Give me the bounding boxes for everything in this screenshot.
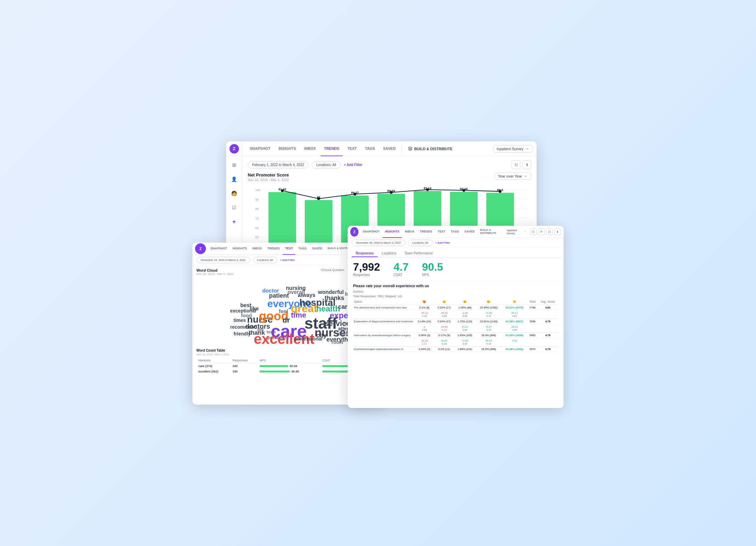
snap-nav-trends[interactable]: TRENDS (417, 226, 435, 238)
text-add-filter[interactable]: + Add Filter (280, 258, 295, 262)
text-nav-tags[interactable]: TAGS (296, 243, 309, 255)
word-item[interactable]: really (336, 331, 348, 336)
svg-text:100: 100 (255, 188, 261, 192)
word-item[interactable]: health (316, 304, 340, 313)
ratings-row: The attentiveness and compassion and car… (353, 305, 558, 310)
svg-text:60: 60 (255, 226, 259, 230)
svg-text:80: 80 (255, 207, 259, 211)
svg-point-50 (317, 197, 320, 200)
snap-nav-insights[interactable]: INSIGHTS (383, 226, 402, 238)
text-date-filter[interactable]: November 16, 2016 to March 4, 2022 (196, 257, 250, 263)
sidebar-user-icon[interactable]: 👤 (230, 174, 239, 184)
word-item[interactable]: procedure (267, 335, 289, 340)
word-item[interactable]: nursing (286, 285, 306, 291)
locations-filter[interactable]: Locations: All (312, 161, 341, 168)
wordcloud-question-label: Choose Question (321, 268, 344, 272)
svg-point-55 (499, 190, 502, 193)
responses-label: Responses (353, 273, 380, 277)
wordcloud-subtitle: Nov 16, 2016 - Mar 4, 2022 (196, 272, 234, 276)
word-item[interactable]: time (291, 311, 306, 320)
ratings-sub-row: -22.22 1.71 42.85 3.18 73.58 3.93 95.54 … (353, 338, 558, 347)
nav-trends[interactable]: TRENDS (321, 141, 343, 156)
csat-score: 4.7 (394, 262, 408, 272)
word-item[interactable]: patient (269, 292, 289, 299)
sidebar-person-icon[interactable]: 🧑 (230, 189, 239, 198)
chart-subtitle: Nov 16, 2016 - Mar 4, 2022 (248, 178, 289, 182)
yoy-dropdown[interactable]: Year over Year (494, 172, 531, 180)
survey-dropdown[interactable]: Inpatient Survey (493, 145, 533, 153)
word-item[interactable]: professional (294, 336, 322, 342)
text-loc-filter[interactable]: Locations: All (253, 257, 277, 263)
topbar: Z SNAPSHOT INSIGHTS INBOX TRENDS TEXT TA… (226, 141, 537, 156)
snap-metrics: 7,992 Responses 4.7 CSAT 90.5 NPS (348, 257, 564, 281)
snapshot-window: Z SNAPSHOT INSIGHTS INBOX TRENDS TEXT TA… (348, 226, 564, 408)
snap-nav-inbox[interactable]: INBOX (402, 226, 417, 238)
word-item[interactable]: times (234, 318, 246, 323)
text-nav-text[interactable]: TEXT (283, 243, 295, 255)
metric-nps: 90.5 NPS (422, 262, 443, 277)
nav-saved[interactable]: SAVED (380, 141, 399, 156)
wordcloud-title: Word Cloud (196, 268, 234, 272)
tab-responses[interactable]: Responses (352, 250, 378, 257)
text-nav-inbox[interactable]: INBOX (250, 243, 265, 255)
text-nav-insights[interactable]: INSIGHTS (230, 243, 249, 255)
word-item[interactable]: dr (282, 316, 290, 325)
snap-nav-build[interactable]: BUILD & DISTRIBUTE (478, 226, 506, 238)
word-item[interactable]: feel (279, 308, 288, 315)
svg-point-51 (353, 193, 356, 195)
word-item[interactable]: get (257, 327, 264, 332)
nav-text[interactable]: TEXT (344, 141, 360, 156)
snap-icon-1[interactable]: ⊡ (530, 228, 537, 235)
snap-nav-snapshot[interactable]: SNAPSHOT (360, 226, 382, 238)
svg-point-52 (390, 191, 393, 194)
word-item[interactable]: thanks (325, 295, 344, 302)
word-item[interactable]: always (298, 292, 315, 298)
snap-add-filter[interactable]: + Add Filter (435, 241, 450, 244)
ratings-row: Anaesthesiologist explanation/answers to… (353, 347, 558, 352)
ratings-row: Information by anaesthesiologist before … (353, 333, 558, 338)
snap-nav-saved[interactable]: SAVED (462, 226, 477, 238)
text-nav-snapshot[interactable]: SNAPSHOT (208, 243, 230, 255)
snap-nav-text[interactable]: TEXT (435, 226, 448, 238)
snap-category: Doctors (348, 289, 564, 294)
snap-icon-2[interactable]: ⟳ (538, 228, 545, 235)
word-item[interactable]: took (267, 329, 276, 334)
snap-icon-4[interactable]: ⬇ (554, 228, 561, 235)
main-nav: SNAPSHOT INSIGHTS INBOX TRENDS TEXT TAGS… (242, 141, 493, 156)
svg-text:90: 90 (255, 198, 259, 201)
sidebar-check-icon[interactable]: ☑ (230, 203, 239, 212)
nav-inbox[interactable]: INBOX (301, 141, 319, 156)
snap-date-filter[interactable]: November 16, 2016 to March 3, 2022 (352, 240, 405, 246)
text-nav-saved[interactable]: SAVED (309, 243, 324, 255)
filter-bar: February 1, 2022 to March 4, 2022 Locati… (248, 160, 531, 169)
download-icon-btn[interactable]: ⬇ (522, 160, 531, 169)
add-filter-btn[interactable]: + Add Filter (344, 163, 362, 167)
word-item[interactable]: recommend (230, 324, 257, 330)
nav-tags[interactable]: TAGS (361, 141, 378, 156)
csat-label: CSAT (394, 273, 408, 277)
snap-loc-filter[interactable]: Locations: All (408, 240, 433, 246)
logo: Z (230, 144, 239, 154)
snap-icon-3[interactable]: ⊡ (546, 228, 553, 235)
svg-point-49 (281, 189, 284, 192)
tab-locations[interactable]: Locations (378, 250, 400, 257)
text-nav-trends[interactable]: TRENDS (265, 243, 282, 255)
nav-insights[interactable]: INSIGHTS (275, 141, 299, 156)
snap-question: Please rate your overall experience with… (348, 281, 564, 289)
svg-text:70: 70 (255, 217, 259, 220)
word-item[interactable]: like (250, 306, 259, 312)
sidebar-grid-icon[interactable]: ⊞ (230, 160, 239, 170)
nav-build[interactable]: BUILD & DISTRIBUTE (405, 146, 456, 151)
nav-snapshot[interactable]: SNAPSHOT (246, 141, 274, 156)
tab-team-performance[interactable]: Team Performance (400, 250, 437, 257)
word-item[interactable]: room (331, 339, 343, 345)
share-icon-btn[interactable]: ⊡ (512, 160, 520, 169)
snap-nav-tags[interactable]: TAGS (449, 226, 461, 238)
sidebar-plus-icon[interactable]: + (230, 217, 239, 226)
snap-survey-selector[interactable]: Inpatient Survey (507, 229, 526, 235)
wcount-col-responses: Responses (231, 358, 258, 363)
nps-score: 90.5 (422, 262, 443, 272)
svg-point-54 (462, 189, 465, 192)
date-filter[interactable]: February 1, 2022 to March 4, 2022 (248, 161, 308, 168)
word-item[interactable]: friendly (234, 331, 251, 336)
